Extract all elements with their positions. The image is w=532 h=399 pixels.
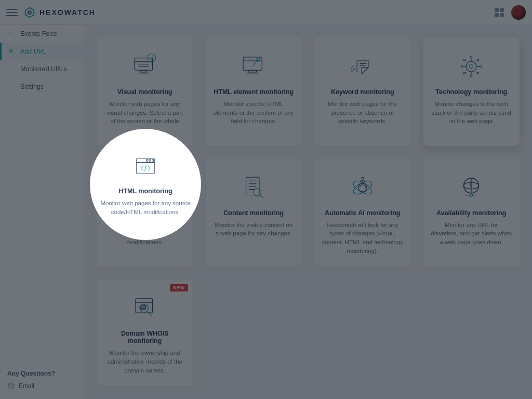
hexowatch-logo-icon xyxy=(24,7,35,18)
svg-marker-55 xyxy=(470,182,472,187)
svg-line-63 xyxy=(147,312,151,316)
svg-marker-0 xyxy=(25,7,34,17)
card-desc: Monitor web pages for any source code/HT… xyxy=(104,221,186,247)
card-title: Availability monitoring xyxy=(436,209,506,217)
sidebar-item-events-feed[interactable]: Events Feed xyxy=(0,25,84,43)
svg-rect-12 xyxy=(249,70,257,72)
card-html-monitoring[interactable]: HTML monitoringMonitor web pages for any… xyxy=(97,158,193,267)
apps-grid-icon[interactable] xyxy=(495,8,504,17)
svg-point-18 xyxy=(470,56,472,58)
card-title: HTML element monitoring xyxy=(214,88,294,96)
svg-line-47 xyxy=(361,180,362,181)
svg-rect-33 xyxy=(149,178,151,180)
visual-monitor-icon xyxy=(130,49,160,84)
email-label: Email xyxy=(19,382,34,390)
svg-rect-10 xyxy=(243,57,262,70)
main-content: Visual monitoringMonitor web pages for a… xyxy=(84,25,532,399)
svg-line-35 xyxy=(144,184,146,192)
svg-point-20 xyxy=(461,65,463,68)
card-html-element-monitoring[interactable]: HTML element monitoringMonitor specific … xyxy=(206,37,302,146)
svg-point-19 xyxy=(470,75,472,77)
card-technology-monitoring[interactable]: Technology monitoringMonitor changes to … xyxy=(423,37,520,146)
card-desc: Monitor any URL for downtime, and get al… xyxy=(431,221,513,247)
availability-icon xyxy=(456,170,486,205)
card-desc: Monitor changes to the tech stack or 3rd… xyxy=(431,100,513,126)
sidebar-item-label: Settings xyxy=(20,83,44,90)
svg-point-56 xyxy=(471,188,472,189)
svg-line-42 xyxy=(260,195,263,197)
svg-point-16 xyxy=(466,61,476,72)
sidebar-item-add-url[interactable]: Add URL xyxy=(0,43,84,60)
topbar: HEXOWATCH xyxy=(0,0,532,25)
sidebar: Events FeedAdd URLMonitored URLsSettings… xyxy=(0,25,84,399)
technology-icon xyxy=(456,49,486,84)
whois-icon xyxy=(130,290,160,326)
svg-point-1 xyxy=(28,11,31,14)
card-title: Automatic AI monitoring xyxy=(325,209,400,217)
html-monitor-icon xyxy=(130,170,160,205)
ai-icon xyxy=(348,170,378,205)
card-automatic-ai-monitoring[interactable]: Automatic AI monitoringHexowatch will lo… xyxy=(314,158,411,267)
svg-point-21 xyxy=(480,65,482,68)
card-title: Keyword monitoring xyxy=(331,88,394,96)
nav-bullet-icon xyxy=(9,83,16,90)
svg-point-24 xyxy=(464,72,466,74)
svg-rect-2 xyxy=(8,384,14,388)
svg-rect-32 xyxy=(146,178,148,180)
card-desc: Monitor web pages for any visual changes… xyxy=(104,100,186,135)
card-desc: Hexowatch will look for any types of cha… xyxy=(322,221,404,256)
svg-rect-36 xyxy=(246,177,259,195)
avatar[interactable] xyxy=(511,5,526,20)
svg-point-23 xyxy=(477,59,479,61)
svg-point-25 xyxy=(477,72,479,74)
content-icon xyxy=(238,170,269,205)
card-desc: Monitor the ownership and administrative… xyxy=(104,349,186,375)
card-title: Visual monitoring xyxy=(117,88,172,96)
email-link[interactable]: Email xyxy=(7,382,76,390)
sidebar-item-label: Events Feed xyxy=(20,30,57,37)
nav-bullet-icon xyxy=(9,30,16,37)
card-keyword-monitoring[interactable]: Keyword monitoringMonitor web pages for … xyxy=(314,37,411,146)
card-content-monitoring[interactable]: Content monitoringMonitor the visible co… xyxy=(206,158,302,267)
card-title: Technology monitoring xyxy=(435,88,507,96)
sidebar-item-label: Add URL xyxy=(20,48,47,55)
brand-logo[interactable]: HEXOWATCH xyxy=(24,7,96,18)
card-title: HTML monitoring xyxy=(118,209,171,217)
html-element-icon xyxy=(238,49,269,84)
svg-rect-7 xyxy=(140,70,147,72)
footer: © 2020 Hexact, Inc. All rights reserved. xyxy=(97,386,520,399)
nav-bullet-icon xyxy=(9,65,16,73)
brand-name: HEXOWATCH xyxy=(39,8,96,17)
card-visual-monitoring[interactable]: Visual monitoringMonitor web pages for a… xyxy=(97,37,193,146)
card-availability-monitoring[interactable]: Availability monitoringMonitor any URL f… xyxy=(423,158,520,267)
card-desc: Monitor specific HTML elements or the co… xyxy=(213,100,295,126)
svg-line-48 xyxy=(364,180,365,181)
card-title: Domain WHOIS monitoring xyxy=(104,330,186,344)
new-badge: NEW xyxy=(170,284,188,291)
questions-label: Any Questions? xyxy=(7,370,76,377)
menu-toggle-icon[interactable] xyxy=(6,7,18,18)
monitoring-cards-grid: Visual monitoringMonitor web pages for a… xyxy=(97,37,520,386)
card-desc: Monitor the visible content on a web pag… xyxy=(213,221,295,238)
card-desc: Monitor web pages for the presence or ab… xyxy=(322,100,404,126)
nav-bullet-icon xyxy=(9,48,16,55)
svg-point-49 xyxy=(362,177,364,179)
sidebar-item-monitored-urls[interactable]: Monitored URLs xyxy=(0,60,84,78)
card-title: Content monitoring xyxy=(223,209,284,217)
sidebar-item-settings[interactable]: Settings xyxy=(0,78,84,96)
keyword-icon xyxy=(348,49,378,84)
card-domain-whois-monitoring[interactable]: NEWDomain WHOIS monitoringMonitor the ow… xyxy=(97,279,193,386)
svg-point-22 xyxy=(464,59,466,61)
sidebar-item-label: Monitored URLs xyxy=(20,65,67,73)
email-icon xyxy=(7,382,15,390)
svg-point-17 xyxy=(470,64,473,68)
svg-rect-34 xyxy=(152,178,154,180)
